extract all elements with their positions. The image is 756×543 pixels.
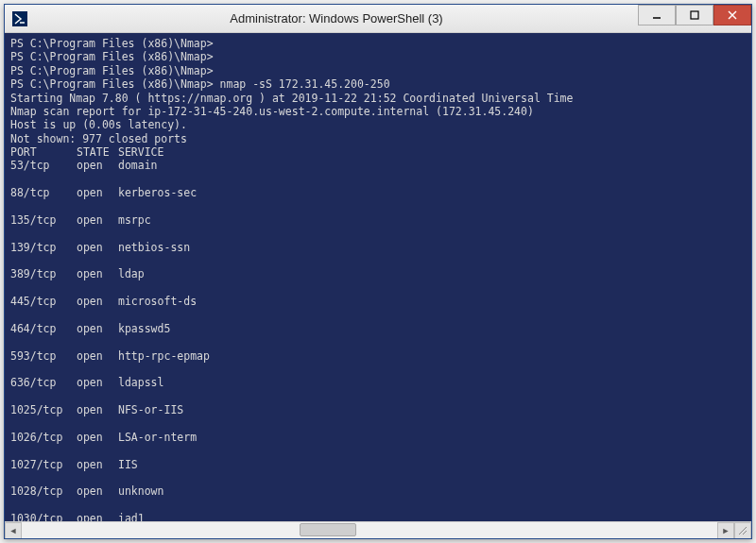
port-row: 636/tcpopenldapssl [10, 376, 746, 389]
port-row: 139/tcpopennetbios-ssn [10, 241, 746, 254]
port-row: 593/tcpopenhttp-rpc-epmap [10, 349, 746, 363]
output-line: Host is up (0.00s latency). [10, 118, 187, 131]
port-row: 1025/tcpopenNFS-or-IIS [10, 403, 746, 416]
port-row: 1030/tcpopeniad1 [10, 512, 746, 521]
window-controls [638, 5, 751, 32]
output-line: Starting Nmap 7.80 ( https://nmap.org ) … [10, 92, 573, 105]
titlebar[interactable]: Administrator: Windows PowerShell (3) [5, 5, 751, 33]
maximize-button[interactable] [676, 5, 713, 25]
scroll-track[interactable] [22, 522, 717, 539]
resize-grip-icon[interactable] [734, 522, 751, 539]
terminal-output[interactable]: PS C:\Program Files (x86)\Nmap> PS C:\Pr… [5, 33, 751, 521]
port-row: 464/tcpopenkpasswd5 [10, 322, 746, 335]
powershell-window: Administrator: Windows PowerShell (3) PS… [4, 4, 752, 539]
powershell-icon [12, 11, 27, 26]
output-line: Nmap scan report for ip-172-31-45-240.us… [10, 105, 534, 118]
port-table-header: PORTSTATESERVICE [10, 145, 746, 159]
port-row: 1027/tcpopenIIS [10, 458, 746, 471]
port-row: 445/tcpopenmicrosoft-ds [10, 295, 746, 308]
output-line: Not shown: 977 closed ports [10, 132, 187, 145]
command-line: PS C:\Program Files (x86)\Nmap> nmap -sS… [10, 77, 390, 91]
window-title: Administrator: Windows PowerShell (3) [35, 11, 638, 25]
close-button[interactable] [713, 5, 751, 25]
horizontal-scrollbar[interactable]: ◄ ► [5, 521, 751, 538]
prompt-line: PS C:\Program Files (x86)\Nmap> [10, 50, 214, 63]
port-row: 1026/tcpopenLSA-or-nterm [10, 431, 746, 444]
scroll-right-arrow-icon[interactable]: ► [717, 522, 734, 539]
port-row: 389/tcpopenldap [10, 267, 746, 280]
port-row: 53/tcpopendomain [10, 159, 746, 172]
prompt-line: PS C:\Program Files (x86)\Nmap> [10, 64, 214, 77]
minimize-button[interactable] [638, 5, 676, 25]
terminal-area: PS C:\Program Files (x86)\Nmap> PS C:\Pr… [5, 33, 751, 538]
scroll-left-arrow-icon[interactable]: ◄ [5, 522, 22, 539]
port-row: 88/tcpopenkerberos-sec [10, 186, 746, 199]
scroll-thumb[interactable] [300, 523, 356, 536]
prompt-line: PS C:\Program Files (x86)\Nmap> [10, 37, 214, 50]
svg-rect-2 [691, 11, 698, 19]
port-row: 1028/tcpopenunknown [10, 484, 746, 498]
port-row: 135/tcpopenmsrpc [10, 213, 746, 227]
